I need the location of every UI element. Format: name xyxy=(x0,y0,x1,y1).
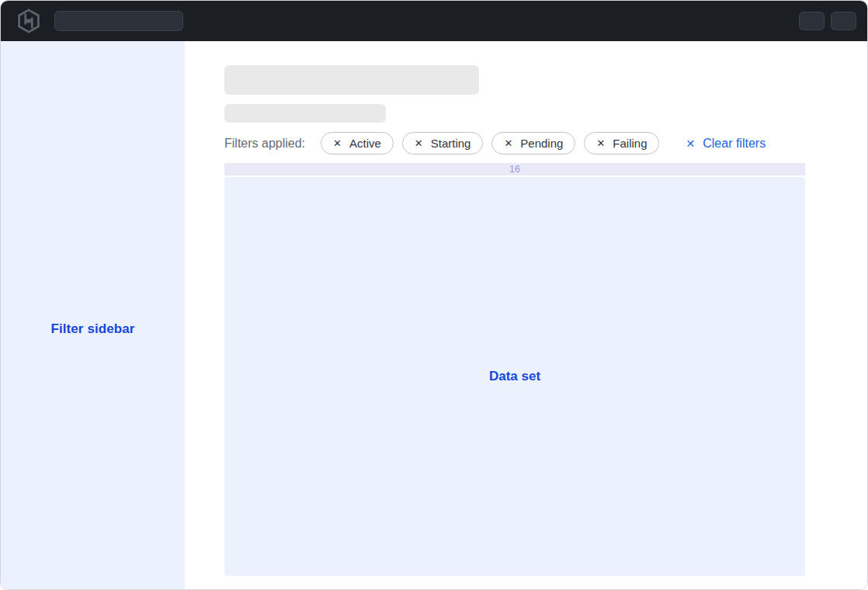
data-set-area: Data set xyxy=(224,177,805,576)
topbar-action-placeholder-1[interactable] xyxy=(799,12,825,30)
app-window: Filter sidebar Filters applied: ✕ Active… xyxy=(0,0,868,590)
filter-sidebar-label: Filter sidebar xyxy=(1,321,185,337)
clear-filters-label: Clear filters xyxy=(703,137,766,151)
top-nav-bar xyxy=(1,1,867,41)
filter-chip-label: Active xyxy=(349,137,381,150)
filter-chip-label: Pending xyxy=(520,137,563,150)
page-title-placeholder xyxy=(224,65,479,95)
filter-sidebar: Filter sidebar xyxy=(1,41,185,589)
filter-chip-label: Starting xyxy=(431,137,471,150)
filter-chip-label: Failing xyxy=(613,137,647,150)
filter-chip-active[interactable]: ✕ Active xyxy=(321,132,394,154)
result-count-bar: 16 xyxy=(224,163,805,175)
clear-filters-link[interactable]: ✕ Clear filters xyxy=(686,137,766,151)
topbar-action-placeholder-2[interactable] xyxy=(831,12,856,30)
data-set-label: Data set xyxy=(489,369,540,384)
dismiss-icon[interactable]: ✕ xyxy=(504,138,512,148)
filter-chip-starting[interactable]: ✕ Starting xyxy=(402,132,484,154)
applied-filters-row: Filters applied: ✕ Active ✕ Starting ✕ P… xyxy=(224,132,867,154)
filter-chip-pending[interactable]: ✕ Pending xyxy=(491,132,575,154)
search-input-placeholder[interactable] xyxy=(54,11,183,31)
page-subtitle-placeholder xyxy=(224,104,386,123)
clear-icon: ✕ xyxy=(686,138,695,149)
dismiss-icon[interactable]: ✕ xyxy=(415,138,423,148)
main-content: Filters applied: ✕ Active ✕ Starting ✕ P… xyxy=(185,41,867,589)
hashicorp-logo-icon xyxy=(16,9,41,33)
filter-chip-failing[interactable]: ✕ Failing xyxy=(584,132,659,154)
dismiss-icon[interactable]: ✕ xyxy=(333,138,342,148)
app-body: Filter sidebar Filters applied: ✕ Active… xyxy=(1,41,867,589)
dismiss-icon[interactable]: ✕ xyxy=(596,138,605,148)
result-count: 16 xyxy=(509,164,520,175)
filters-applied-label: Filters applied: xyxy=(224,137,305,151)
